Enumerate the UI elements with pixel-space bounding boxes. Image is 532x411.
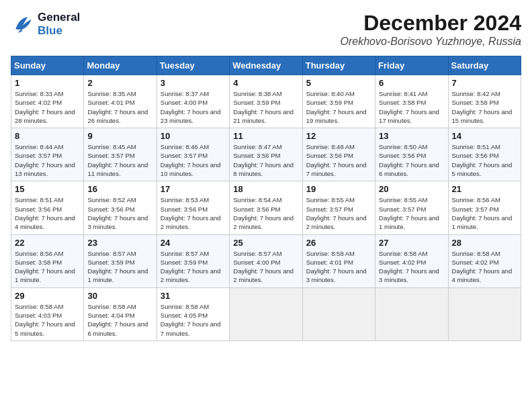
calendar-week-5: 29Sunrise: 8:58 AMSunset: 4:03 PMDayligh… — [11, 287, 521, 340]
sunset-label: Sunset: 3:57 PM — [87, 152, 134, 159]
day-number: 17 — [161, 184, 226, 194]
day-info: Sunrise: 8:48 AMSunset: 3:56 PMDaylight:… — [306, 142, 371, 178]
daylight-label: Daylight: 7 hours and 6 minutes. — [379, 161, 439, 177]
sunrise-label: Sunrise: 8:56 AM — [15, 250, 63, 257]
day-info: Sunrise: 8:57 AMSunset: 3:59 PMDaylight:… — [87, 249, 152, 285]
day-info: Sunrise: 8:58 AMSunset: 4:02 PMDaylight:… — [452, 249, 517, 285]
day-number: 14 — [452, 131, 517, 141]
day-number: 16 — [87, 184, 152, 194]
page-header: General Blue December 2024 Orekhovo-Bori… — [11, 11, 521, 48]
sunrise-label: Sunrise: 8:45 AM — [87, 143, 136, 150]
day-info: Sunrise: 8:51 AMSunset: 3:56 PMDaylight:… — [15, 195, 80, 231]
sunset-label: Sunset: 3:59 PM — [161, 259, 208, 266]
day-number: 25 — [233, 238, 298, 248]
day-info: Sunrise: 8:45 AMSunset: 3:57 PMDaylight:… — [87, 142, 152, 178]
day-info: Sunrise: 8:58 AMSunset: 4:01 PMDaylight:… — [306, 249, 371, 285]
daylight-label: Daylight: 7 hours and 7 minutes. — [161, 320, 221, 336]
calendar-cell: 9Sunrise: 8:45 AMSunset: 3:57 PMDaylight… — [84, 128, 157, 181]
sunset-label: Sunset: 3:56 PM — [161, 205, 208, 213]
daylight-label: Daylight: 7 hours and 11 minutes. — [87, 161, 148, 177]
sunset-label: Sunset: 4:01 PM — [87, 99, 134, 106]
day-info: Sunrise: 8:56 AMSunset: 3:57 PMDaylight:… — [452, 195, 517, 231]
sunset-label: Sunset: 4:03 PM — [15, 312, 62, 319]
calendar-cell: 19Sunrise: 8:55 AMSunset: 3:57 PMDayligh… — [302, 181, 375, 234]
daylight-label: Daylight: 7 hours and 1 minute. — [379, 214, 439, 230]
daylight-label: Daylight: 7 hours and 4 minutes. — [452, 267, 513, 283]
calendar-cell: 2Sunrise: 8:35 AMSunset: 4:01 PMDaylight… — [84, 75, 157, 128]
day-number: 23 — [87, 238, 152, 248]
title-block: December 2024 Orekhovo-Borisovo Yuzhnoye… — [341, 11, 521, 48]
sunset-label: Sunset: 4:05 PM — [161, 312, 208, 319]
day-info: Sunrise: 8:37 AMSunset: 4:00 PMDaylight:… — [161, 89, 226, 125]
day-info: Sunrise: 8:57 AMSunset: 4:00 PMDaylight:… — [233, 249, 298, 285]
day-number: 27 — [379, 238, 444, 248]
sunset-label: Sunset: 3:56 PM — [87, 205, 134, 213]
calendar-cell: 7Sunrise: 8:42 AMSunset: 3:58 PMDaylight… — [448, 75, 521, 128]
calendar-cell: 14Sunrise: 8:51 AMSunset: 3:56 PMDayligh… — [448, 128, 521, 181]
calendar-cell: 6Sunrise: 8:41 AMSunset: 3:58 PMDaylight… — [375, 75, 448, 128]
day-number: 31 — [161, 291, 226, 301]
calendar-cell: 23Sunrise: 8:57 AMSunset: 3:59 PMDayligh… — [84, 234, 157, 287]
day-info: Sunrise: 8:44 AMSunset: 3:57 PMDaylight:… — [15, 142, 80, 178]
sunrise-label: Sunrise: 8:58 AM — [452, 250, 500, 257]
day-number: 8 — [15, 131, 80, 141]
sunrise-label: Sunrise: 8:37 AM — [161, 90, 209, 97]
sunrise-label: Sunrise: 8:46 AM — [161, 143, 209, 150]
sunrise-label: Sunrise: 8:57 AM — [161, 250, 209, 257]
daylight-label: Daylight: 7 hours and 1 minute. — [15, 267, 75, 283]
sunrise-label: Sunrise: 8:58 AM — [306, 250, 355, 257]
daylight-label: Daylight: 7 hours and 15 minutes. — [452, 108, 513, 124]
day-number: 29 — [15, 291, 80, 301]
sunrise-label: Sunrise: 8:58 AM — [87, 303, 136, 310]
daylight-label: Daylight: 7 hours and 7 minutes. — [306, 161, 367, 177]
sunset-label: Sunset: 3:57 PM — [452, 205, 499, 213]
sunset-label: Sunset: 3:59 PM — [306, 99, 353, 106]
day-info: Sunrise: 8:56 AMSunset: 3:58 PMDaylight:… — [15, 249, 80, 285]
sunrise-label: Sunrise: 8:53 AM — [161, 196, 209, 203]
daylight-label: Daylight: 7 hours and 1 minute. — [452, 214, 513, 230]
calendar-cell: 30Sunrise: 8:58 AMSunset: 4:04 PMDayligh… — [84, 287, 157, 340]
daylight-label: Daylight: 7 hours and 2 minutes. — [233, 214, 294, 230]
calendar-cell — [375, 287, 448, 340]
day-info: Sunrise: 8:35 AMSunset: 4:01 PMDaylight:… — [87, 89, 152, 125]
calendar-cell: 28Sunrise: 8:58 AMSunset: 4:02 PMDayligh… — [448, 234, 521, 287]
sunset-label: Sunset: 4:02 PM — [15, 99, 62, 106]
sunrise-label: Sunrise: 8:33 AM — [15, 90, 63, 97]
calendar-cell: 16Sunrise: 8:52 AMSunset: 3:56 PMDayligh… — [84, 181, 157, 234]
sunset-label: Sunset: 3:57 PM — [161, 152, 208, 159]
day-number: 1 — [15, 78, 80, 88]
calendar-cell: 15Sunrise: 8:51 AMSunset: 3:56 PMDayligh… — [11, 181, 84, 234]
day-info: Sunrise: 8:55 AMSunset: 3:57 PMDaylight:… — [379, 195, 444, 231]
sunset-label: Sunset: 3:58 PM — [15, 259, 62, 266]
daylight-label: Daylight: 7 hours and 5 minutes. — [452, 161, 513, 177]
location-title: Orekhovo-Borisovo Yuzhnoye, Russia — [341, 36, 521, 48]
sunset-label: Sunset: 4:01 PM — [306, 259, 353, 266]
calendar-week-4: 22Sunrise: 8:56 AMSunset: 3:58 PMDayligh… — [11, 234, 521, 287]
sunrise-label: Sunrise: 8:35 AM — [87, 90, 136, 97]
sunrise-label: Sunrise: 8:56 AM — [452, 196, 500, 203]
sunrise-label: Sunrise: 8:55 AM — [306, 196, 355, 203]
calendar-cell: 3Sunrise: 8:37 AMSunset: 4:00 PMDaylight… — [157, 75, 229, 128]
day-number: 30 — [87, 291, 152, 301]
header-day-monday: Monday — [84, 56, 157, 75]
sunrise-label: Sunrise: 8:41 AM — [379, 90, 427, 97]
day-number: 19 — [306, 184, 371, 194]
day-info: Sunrise: 8:41 AMSunset: 3:58 PMDaylight:… — [379, 89, 444, 125]
calendar-cell: 22Sunrise: 8:56 AMSunset: 3:58 PMDayligh… — [11, 234, 84, 287]
calendar-cell: 12Sunrise: 8:48 AMSunset: 3:56 PMDayligh… — [302, 128, 375, 181]
calendar-cell — [448, 287, 521, 340]
daylight-label: Daylight: 7 hours and 6 minutes. — [87, 320, 148, 336]
day-number: 3 — [161, 78, 226, 88]
calendar-cell: 1Sunrise: 8:33 AMSunset: 4:02 PMDaylight… — [11, 75, 84, 128]
day-info: Sunrise: 8:50 AMSunset: 3:56 PMDaylight:… — [379, 142, 444, 178]
calendar-cell: 5Sunrise: 8:40 AMSunset: 3:59 PMDaylight… — [302, 75, 375, 128]
daylight-label: Daylight: 7 hours and 23 minutes. — [161, 108, 221, 124]
calendar-cell: 4Sunrise: 8:38 AMSunset: 3:59 PMDaylight… — [230, 75, 302, 128]
sunrise-label: Sunrise: 8:58 AM — [161, 303, 209, 310]
sunrise-label: Sunrise: 8:54 AM — [233, 196, 281, 203]
day-info: Sunrise: 8:55 AMSunset: 3:57 PMDaylight:… — [306, 195, 371, 231]
sunrise-label: Sunrise: 8:52 AM — [87, 196, 136, 203]
calendar-week-1: 1Sunrise: 8:33 AMSunset: 4:02 PMDaylight… — [11, 75, 521, 128]
day-number: 4 — [233, 78, 298, 88]
day-number: 10 — [161, 131, 226, 141]
